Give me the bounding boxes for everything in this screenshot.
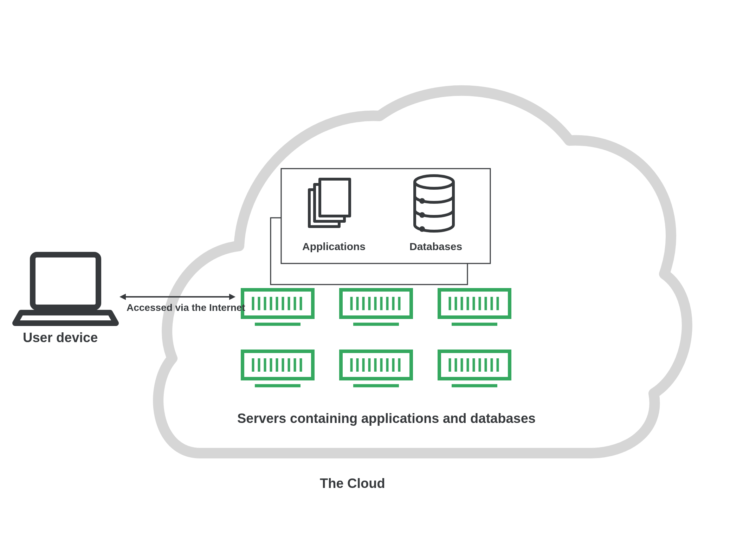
server-icon bbox=[341, 290, 411, 324]
svg-point-8 bbox=[421, 200, 424, 202]
server-icon bbox=[243, 290, 313, 324]
svg-rect-6 bbox=[320, 179, 350, 216]
servers-label: Servers containing applications and data… bbox=[237, 411, 536, 426]
database-icon bbox=[415, 176, 453, 231]
applications-label: Applications bbox=[302, 241, 366, 253]
user-device-label: User device bbox=[23, 330, 98, 345]
server-icon bbox=[243, 351, 313, 386]
cloud-outline-icon bbox=[158, 91, 687, 453]
databases-label: Databases bbox=[409, 241, 462, 253]
svg-marker-3 bbox=[229, 294, 235, 300]
access-label: Accessed via the Internet bbox=[127, 302, 245, 313]
server-icon bbox=[439, 351, 510, 386]
svg-point-9 bbox=[421, 214, 424, 216]
svg-point-7 bbox=[415, 176, 453, 188]
svg-point-10 bbox=[421, 228, 424, 230]
laptop-icon bbox=[15, 255, 116, 323]
diagram-canvas bbox=[0, 0, 756, 548]
applications-icon bbox=[309, 179, 350, 227]
cloud-label: The Cloud bbox=[320, 476, 385, 491]
svg-rect-0 bbox=[33, 255, 98, 307]
server-icon bbox=[341, 351, 411, 386]
svg-marker-2 bbox=[119, 294, 126, 300]
server-icon bbox=[439, 290, 510, 324]
